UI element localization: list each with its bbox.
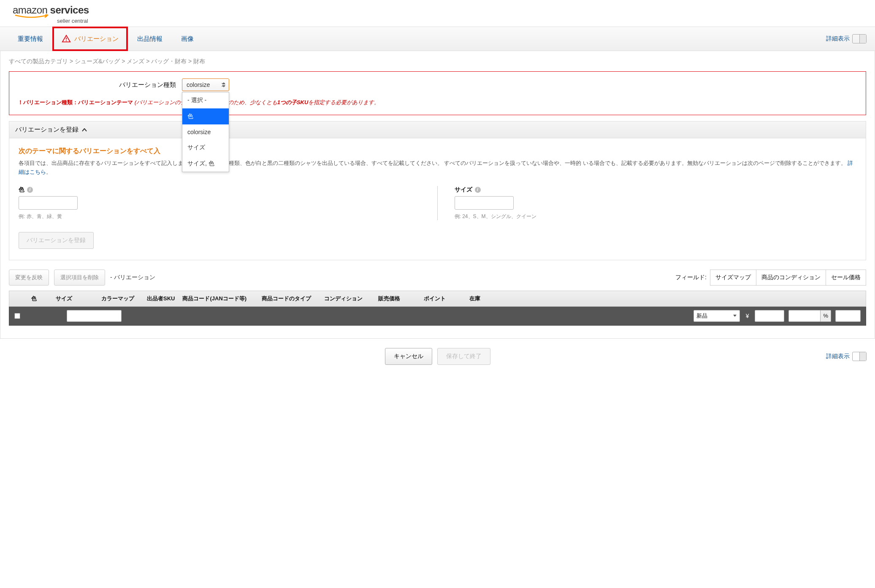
- toggle-switch-icon: [852, 352, 867, 361]
- th-sku: 出品者SKU: [147, 295, 175, 302]
- color-label: 色: [19, 186, 24, 194]
- err-sku: 1つの子SKU: [277, 99, 309, 105]
- info-icon[interactable]: i: [27, 187, 33, 193]
- cancel-button[interactable]: キャンセル: [385, 348, 432, 365]
- row-checkbox[interactable]: [14, 313, 20, 319]
- save-and-finish-button: 保存して終了: [437, 348, 490, 365]
- info-icon[interactable]: i: [475, 187, 481, 193]
- logo-region: amazon services seller central: [0, 0, 875, 27]
- footer-row: キャンセル 保存して終了 詳細表示: [0, 339, 875, 369]
- tab-vital-info[interactable]: 重要情報: [8, 27, 52, 51]
- row-colormap-input[interactable]: [67, 310, 122, 322]
- th-codetype: 商品コードのタイプ: [262, 295, 317, 302]
- row-condition-select[interactable]: 新品: [693, 310, 740, 322]
- row-points-input[interactable]: [788, 310, 821, 322]
- size-field-col: サイズi 例: 24、S、M、シングル、クイーン: [438, 186, 857, 220]
- field-tag[interactable]: 商品のコンディション: [756, 270, 826, 286]
- tab-variation[interactable]: バリエーション: [52, 27, 128, 51]
- th-jancode: 商品コード(JANコード等): [182, 295, 254, 302]
- th-points: ポイント: [424, 295, 462, 302]
- dropdown-option[interactable]: サイズ: [182, 140, 229, 156]
- size-label: サイズ: [455, 186, 472, 194]
- variation-type-dropdown: - 選択 - 色 colorsize サイズ サイズ, 色: [182, 92, 229, 172]
- err-part2: のため、少なくとも: [228, 99, 277, 105]
- variation-type-value: colorsize: [187, 81, 210, 88]
- detail-toggle-label: 詳細表示: [826, 35, 850, 43]
- size-hint: 例: 24、S、M、シングル、クイーン: [455, 213, 857, 220]
- err-part3: を指定する必要があります。: [308, 99, 379, 105]
- table-row: 新品 ¥ %: [9, 307, 866, 326]
- amazon-logo: amazon services seller central: [13, 4, 89, 24]
- variation-type-select-button[interactable]: colorsize: [182, 78, 229, 91]
- row-price-input[interactable]: [755, 310, 784, 322]
- color-input[interactable]: [19, 196, 78, 210]
- err-prefix: ！バリエーション種類：バリエーションテーマ: [18, 99, 135, 105]
- th-stock: 在庫: [469, 295, 495, 302]
- th-size: サイズ: [56, 295, 94, 302]
- action-row: 変更を反映 選択項目を削除 - バリエーション フィールド: サイズマップ 商品…: [9, 270, 866, 286]
- variation-description: 各項目では、出品商品に存在するバリエーションをすべて記入します。た 中、小の三種…: [19, 159, 856, 177]
- logo-subtext: seller central: [13, 18, 89, 24]
- th-colormap: カラーマップ: [101, 295, 139, 302]
- dropdown-option[interactable]: - 選択 -: [182, 92, 229, 108]
- th-price: 販売価格: [378, 295, 416, 302]
- error-panel: バリエーション種類 colorsize - 選択 - 色 colorsize サ…: [9, 71, 866, 115]
- variation-type-label: バリエーション種類: [119, 81, 176, 89]
- apply-changes-button[interactable]: 変更を反映: [9, 270, 49, 286]
- table-header: 色 サイズ カラーマップ 出品者SKU 商品コード(JANコード等) 商品コード…: [9, 291, 866, 307]
- delete-selected-button[interactable]: 選択項目を削除: [54, 270, 105, 286]
- variation-type-select[interactable]: colorsize - 選択 - 色 colorsize サイズ サイズ, 色: [182, 78, 229, 91]
- chevron-up-icon: [82, 128, 87, 132]
- logo-text-2: services: [50, 4, 89, 16]
- row-stock-input[interactable]: [835, 310, 861, 322]
- tab-offer[interactable]: 出品情報: [128, 27, 172, 51]
- toggle-switch-icon: [852, 34, 867, 43]
- tab-variation-label: バリエーション: [74, 35, 119, 43]
- section-title: バリエーションを登録: [15, 126, 79, 134]
- svg-point-1: [66, 40, 67, 41]
- color-field-col: 色i 例: 赤、青、緑、黄: [19, 186, 438, 220]
- register-variation-button: バリエーションを登録: [19, 232, 94, 249]
- th-condition: コンディション: [324, 295, 371, 302]
- main-panel: すべての製品カテゴリ > シューズ&バッグ > メンズ > バッグ・財布 > 財…: [0, 51, 875, 339]
- field-tag[interactable]: サイズマップ: [710, 270, 756, 286]
- variation-table: 色 サイズ カラーマップ 出品者SKU 商品コード(JANコード等) 商品コード…: [9, 291, 866, 326]
- warning-icon: [62, 34, 71, 43]
- detail-toggle-label: 詳細表示: [826, 353, 850, 360]
- section-body: 次のテーマに関するバリエーションをすべて入 。 各項目では、出品商品に存在するバ…: [9, 138, 866, 260]
- logo-text-1: amazon: [13, 4, 50, 16]
- variation-heading: 次のテーマに関するバリエーションをすべて入 。: [19, 147, 856, 156]
- tabs-bar: 重要情報 バリエーション 出品情報 画像 詳細表示: [0, 27, 875, 51]
- size-input[interactable]: [455, 196, 514, 210]
- variation-count-label: - バリエーション: [110, 274, 155, 281]
- field-tag[interactable]: セール価格: [826, 270, 866, 286]
- detail-toggle-top[interactable]: 詳細表示: [826, 34, 867, 43]
- dropdown-option[interactable]: 色: [182, 108, 229, 124]
- yen-symbol: ¥: [744, 313, 751, 319]
- updown-icon: [222, 82, 225, 87]
- dropdown-option[interactable]: サイズ, 色: [182, 156, 229, 172]
- dropdown-option[interactable]: colorsize: [182, 124, 229, 140]
- breadcrumb: すべての製品カテゴリ > シューズ&バッグ > メンズ > バッグ・財布 > 財…: [9, 57, 866, 71]
- tab-images[interactable]: 画像: [172, 27, 203, 51]
- error-message: ！バリエーション種類：バリエーションテーマ (バリエーションのテー のため、少な…: [18, 99, 857, 106]
- percent-label: %: [821, 310, 831, 322]
- fields-prefix: フィールド:: [675, 274, 707, 281]
- th-color: 色: [31, 295, 48, 302]
- color-hint: 例: 赤、青、緑、黄: [19, 213, 420, 220]
- detail-toggle-bottom[interactable]: 詳細表示: [826, 352, 867, 361]
- section-header[interactable]: バリエーションを登録: [9, 121, 866, 138]
